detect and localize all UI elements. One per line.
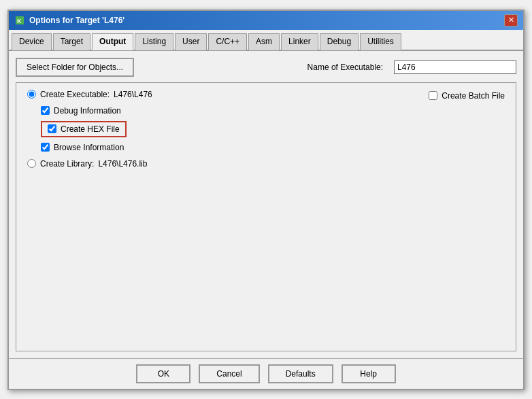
browse-info-checkbox[interactable] bbox=[41, 143, 50, 152]
title-bar-left: K Options for Target 'L476' bbox=[14, 15, 124, 26]
tab-device[interactable]: Device bbox=[12, 33, 52, 50]
create-executable-radio[interactable] bbox=[27, 90, 36, 99]
create-hex-item: Create HEX File bbox=[41, 121, 127, 137]
create-library-item: Create Library: L476\L476.lib bbox=[27, 159, 505, 169]
tab-debug[interactable]: Debug bbox=[320, 33, 359, 50]
content-area: Select Folder for Objects... Name of Exe… bbox=[9, 51, 523, 358]
tab-asm[interactable]: Asm bbox=[248, 33, 280, 50]
debug-info-item: Debug Information bbox=[41, 106, 505, 116]
batch-file-area: Create Batch File bbox=[429, 91, 505, 101]
tab-listing[interactable]: Listing bbox=[135, 33, 173, 50]
close-button[interactable]: ✕ bbox=[504, 14, 518, 27]
tab-bar: Device Target Output Listing User C/C++ … bbox=[9, 30, 523, 51]
create-executable-value: L476\L476 bbox=[114, 90, 152, 99]
browse-info-item: Browse Information bbox=[41, 143, 505, 152]
create-batch-label: Create Batch File bbox=[442, 91, 505, 101]
create-library-label: Create Library: bbox=[40, 159, 94, 169]
tab-linker[interactable]: Linker bbox=[281, 33, 318, 50]
create-library-value: L476\L476.lib bbox=[98, 159, 147, 169]
tab-output[interactable]: Output bbox=[92, 33, 133, 50]
bottom-bar: OK Cancel Defaults Help bbox=[9, 358, 523, 389]
tab-utilities[interactable]: Utilities bbox=[360, 33, 401, 50]
select-folder-button[interactable]: Select Folder for Objects... bbox=[16, 58, 134, 77]
tab-cpp[interactable]: C/C++ bbox=[208, 33, 247, 50]
main-window: K Options for Target 'L476' ✕ Device Tar… bbox=[7, 10, 525, 390]
name-exe-label: Name of Executable: bbox=[307, 63, 383, 72]
help-button[interactable]: Help bbox=[342, 364, 396, 383]
browse-info-label: Browse Information bbox=[54, 143, 124, 152]
title-bar: K Options for Target 'L476' ✕ bbox=[9, 11, 523, 30]
svg-text:K: K bbox=[17, 18, 22, 24]
create-library-radio[interactable] bbox=[27, 159, 36, 168]
app-icon: K bbox=[14, 15, 25, 26]
create-executable-label: Create Executable: bbox=[40, 90, 110, 99]
defaults-button[interactable]: Defaults bbox=[268, 364, 333, 383]
top-row: Select Folder for Objects... Name of Exe… bbox=[16, 58, 516, 77]
ok-button[interactable]: OK bbox=[136, 364, 190, 383]
debug-info-label: Debug Information bbox=[54, 106, 121, 116]
radio-group: Create Executable: L476\L476 Debug Infor… bbox=[27, 90, 505, 169]
tab-target[interactable]: Target bbox=[53, 33, 90, 50]
create-hex-checkbox[interactable] bbox=[48, 124, 56, 133]
create-hex-label: Create HEX File bbox=[61, 124, 120, 134]
window-title: Options for Target 'L476' bbox=[29, 16, 124, 25]
cancel-button[interactable]: Cancel bbox=[199, 364, 259, 383]
debug-info-checkbox[interactable] bbox=[41, 106, 50, 115]
create-batch-checkbox[interactable] bbox=[429, 91, 437, 100]
tab-user[interactable]: User bbox=[175, 33, 207, 50]
indent-group: Debug Information Create HEX File Browse… bbox=[41, 106, 505, 152]
main-options-box: Create Batch File Create Executable: L47… bbox=[16, 82, 516, 351]
name-exe-input[interactable] bbox=[394, 60, 516, 74]
